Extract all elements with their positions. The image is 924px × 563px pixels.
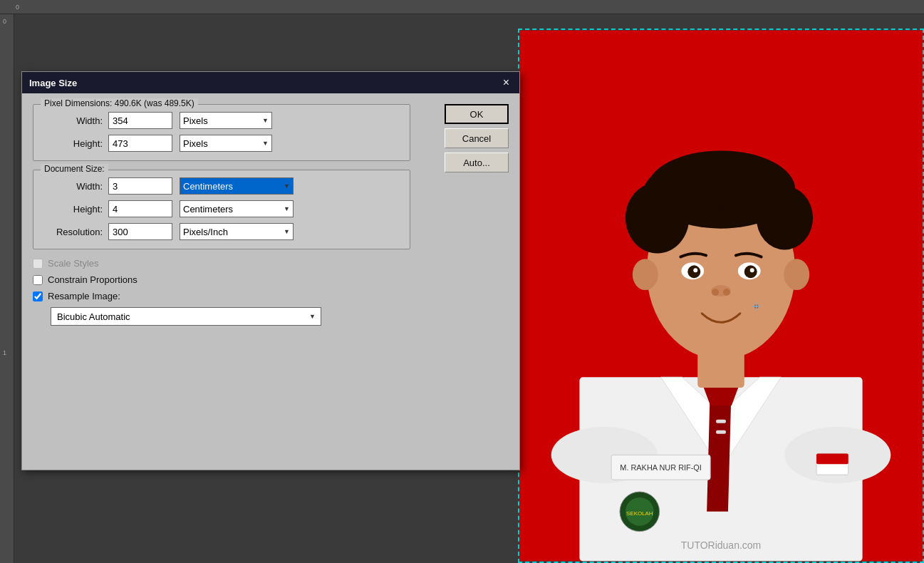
doc-height-row: Height: Inches Centimeters Millimeters xyxy=(44,200,399,217)
resample-image-checkbox[interactable] xyxy=(33,291,43,301)
svg-point-23 xyxy=(723,289,730,296)
pixel-width-label: Width: xyxy=(44,115,108,126)
constrain-proportions-label: Constrain Proportions xyxy=(48,274,137,285)
ruler-zero-left: 0 xyxy=(3,18,6,25)
svg-point-14 xyxy=(784,259,809,290)
resample-image-label: Resample Image: xyxy=(48,291,120,301)
svg-rect-30 xyxy=(716,430,726,434)
doc-height-label: Height: xyxy=(44,204,108,215)
pixel-height-unit-wrapper: Pixels Percent xyxy=(176,135,272,152)
svg-text:M. RAKHA NUR RIF-QI: M. RAKHA NUR RIF-QI xyxy=(620,463,702,472)
student-photo: M. RAKHA NUR RIF-QI SEKOLAH xyxy=(519,30,923,562)
scale-styles-row: Scale Styles xyxy=(33,258,509,269)
doc-height-input[interactable] xyxy=(108,200,172,217)
scale-styles-label: Scale Styles xyxy=(48,258,99,269)
document-size-group: Document Size: Width: Centimeters Inches… xyxy=(33,170,410,249)
pixel-dimensions-group: Pixel Dimensions: 490.6K (was 489.5K) Wi… xyxy=(33,104,410,161)
svg-rect-34 xyxy=(816,453,848,464)
svg-point-12 xyxy=(714,165,791,218)
doc-resolution-label: Resolution: xyxy=(44,227,108,237)
pixel-height-unit-select[interactable]: Pixels Percent xyxy=(180,135,272,152)
doc-height-unit-select[interactable]: Inches Centimeters Millimeters xyxy=(180,200,294,217)
resample-method-select[interactable]: Bicubic Automatic Preserve Details (enla… xyxy=(51,307,321,326)
ruler-one-left: 1 xyxy=(3,349,6,356)
svg-rect-29 xyxy=(716,420,726,423)
ruler-top: 0 xyxy=(0,0,924,14)
doc-resolution-unit-wrapper: Pixels/Inch Pixels/Centimeter xyxy=(176,223,294,240)
doc-width-input[interactable] xyxy=(108,177,172,195)
svg-point-13 xyxy=(633,259,658,290)
doc-width-row: Width: Centimeters Inches Millimeters Po… xyxy=(44,177,399,195)
dialog-titlebar: Image Size × xyxy=(22,72,519,93)
pixel-height-label: Height: xyxy=(44,138,108,149)
pixel-width-input[interactable] xyxy=(108,112,172,129)
doc-width-unit-select[interactable]: Centimeters Inches Millimeters Points Pi… xyxy=(180,177,294,195)
doc-width-label: Width: xyxy=(44,181,108,192)
photo-container: M. RAKHA NUR RIF-QI SEKOLAH TUTORiduan.c… xyxy=(518,29,924,563)
pixel-height-input[interactable] xyxy=(108,135,172,152)
auto-button[interactable]: Auto... xyxy=(445,153,509,172)
doc-resolution-row: Resolution: Pixels/Inch Pixels/Centimete… xyxy=(44,223,399,240)
doc-resolution-input[interactable] xyxy=(108,223,172,240)
resample-image-row: Resample Image: xyxy=(33,291,509,301)
svg-point-20 xyxy=(750,268,754,272)
constrain-proportions-row: Constrain Proportions xyxy=(33,274,509,285)
watermark: TUTORiduan.com xyxy=(681,539,762,551)
pixel-dimensions-legend: Pixel Dimensions: 490.6K (was 489.5K) xyxy=(41,98,198,108)
close-button[interactable]: × xyxy=(500,76,512,90)
doc-height-unit-wrapper: Inches Centimeters Millimeters xyxy=(176,200,294,217)
image-size-dialog: Image Size × OK Cancel Auto... Pixel Dim… xyxy=(21,71,520,470)
dialog-body: OK Cancel Auto... Pixel Dimensions: 490.… xyxy=(22,93,519,336)
pixel-width-unit-select[interactable]: Pixels Percent xyxy=(180,112,272,129)
pixel-width-row: Width: Pixels Percent xyxy=(44,112,399,129)
dialog-buttons: OK Cancel Auto... xyxy=(445,104,509,172)
scale-styles-checkbox[interactable] xyxy=(33,259,43,269)
doc-width-unit-wrapper: Centimeters Inches Millimeters Points Pi… xyxy=(176,177,294,195)
ok-button[interactable]: OK xyxy=(445,104,509,124)
ruler-zero: 0 xyxy=(16,4,19,11)
svg-point-19 xyxy=(693,268,697,272)
cancel-button[interactable]: Cancel xyxy=(445,128,509,148)
resample-method-wrapper: Bicubic Automatic Preserve Details (enla… xyxy=(51,307,321,326)
ruler-left: 0 1 xyxy=(0,14,14,563)
svg-text:SEKOLAH: SEKOLAH xyxy=(626,510,653,517)
document-size-legend: Document Size: xyxy=(41,164,108,174)
pixel-height-row: Height: Pixels Percent xyxy=(44,135,399,152)
doc-resolution-unit-select[interactable]: Pixels/Inch Pixels/Centimeter xyxy=(180,223,294,240)
dialog-title: Image Size xyxy=(29,78,77,88)
svg-point-22 xyxy=(712,289,719,296)
constrain-proportions-checkbox[interactable] xyxy=(33,275,43,285)
pixel-width-unit-wrapper: Pixels Percent xyxy=(176,112,272,129)
